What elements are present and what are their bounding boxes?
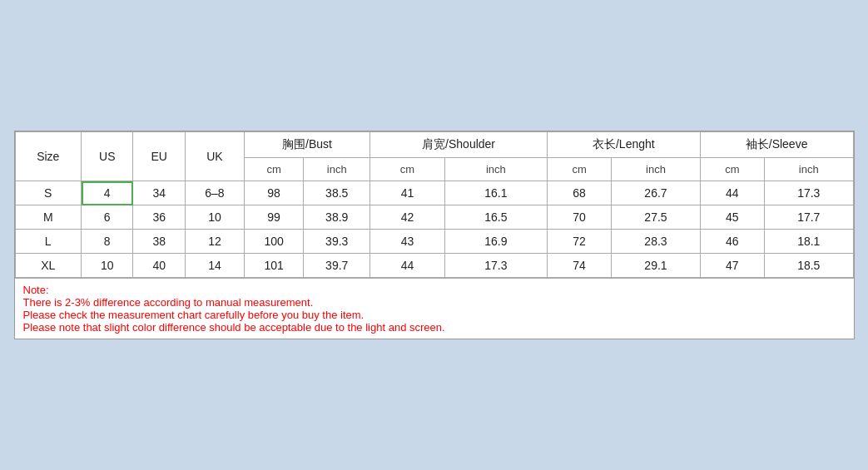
cell-us: 6 (82, 205, 133, 230)
note-line2: Please check the measurement chart caref… (23, 309, 846, 321)
sleeve-inch: inch (765, 158, 854, 181)
size-chart-container: Size US EU UK 胸围/Bust 肩宽/Shoulder 衣长/Len… (14, 131, 855, 339)
cell-eu: 34 (133, 181, 185, 205)
length-inch: inch (612, 158, 700, 181)
header-length: 衣长/Lenght (547, 132, 700, 158)
cell-size: XL (15, 254, 82, 278)
note-line3: Please note that slight color difference… (23, 321, 846, 334)
cell-bust-in: 38.5 (304, 181, 370, 205)
cell-sleeve-cm: 46 (700, 230, 764, 254)
header-eu: EU (133, 132, 185, 181)
bust-cm: cm (244, 158, 303, 181)
size-table: Size US EU UK 胸围/Bust 肩宽/Shoulder 衣长/Len… (15, 131, 854, 278)
header-us: US (82, 132, 133, 181)
cell-sleeve-cm: 47 (700, 254, 764, 278)
header-bust: 胸围/Bust (244, 132, 370, 158)
cell-length-cm: 72 (547, 230, 611, 254)
cell-sleeve-in: 18.1 (765, 230, 854, 254)
cell-sleeve-in: 18.5 (765, 254, 854, 278)
note-section: Note: There is 2-3% difference according… (15, 278, 854, 339)
cell-uk: 12 (185, 230, 244, 254)
cell-shoulder-in: 16.1 (444, 181, 547, 205)
cell-length-in: 27.5 (612, 205, 700, 230)
cell-length-cm: 70 (547, 205, 611, 230)
cell-shoulder-cm: 43 (370, 230, 445, 254)
table-row: M636109938.94216.57027.54517.7 (15, 205, 853, 230)
table-row: XL10401410139.74417.37429.14718.5 (15, 254, 853, 278)
cell-shoulder-in: 16.5 (444, 205, 547, 230)
cell-size: L (15, 230, 82, 254)
cell-length-cm: 68 (547, 181, 611, 205)
header-shoulder: 肩宽/Shoulder (370, 132, 548, 158)
cell-uk: 6–8 (185, 181, 244, 205)
bust-inch: inch (304, 158, 370, 181)
shoulder-inch: inch (444, 158, 547, 181)
cell-us: 10 (82, 254, 133, 278)
cell-length-in: 26.7 (612, 181, 700, 205)
cell-length-in: 29.1 (612, 254, 700, 278)
cell-shoulder-in: 16.9 (444, 230, 547, 254)
cell-sleeve-cm: 44 (700, 181, 764, 205)
cell-bust-cm: 99 (244, 205, 303, 230)
cell-length-cm: 74 (547, 254, 611, 278)
cell-bust-in: 39.7 (304, 254, 370, 278)
header-sleeve: 袖长/Sleeve (700, 132, 853, 158)
cell-shoulder-in: 17.3 (444, 254, 547, 278)
cell-bust-cm: 100 (244, 230, 303, 254)
cell-uk: 14 (185, 254, 244, 278)
cell-eu: 38 (133, 230, 185, 254)
cell-size: S (15, 181, 82, 205)
cell-sleeve-in: 17.7 (765, 205, 854, 230)
cell-us: 4 (82, 181, 133, 205)
cell-length-in: 28.3 (612, 230, 700, 254)
length-cm: cm (547, 158, 611, 181)
cell-bust-in: 38.9 (304, 205, 370, 230)
table-row: S4346–89838.54116.16826.74417.3 (15, 181, 853, 205)
cell-eu: 40 (133, 254, 185, 278)
cell-shoulder-cm: 42 (370, 205, 445, 230)
cell-us: 8 (82, 230, 133, 254)
cell-bust-cm: 98 (244, 181, 303, 205)
header-row-main: Size US EU UK 胸围/Bust 肩宽/Shoulder 衣长/Len… (15, 132, 853, 158)
shoulder-cm: cm (370, 158, 445, 181)
cell-uk: 10 (185, 205, 244, 230)
table-body: S4346–89838.54116.16826.74417.3M63610993… (15, 181, 853, 278)
cell-bust-cm: 101 (244, 254, 303, 278)
cell-shoulder-cm: 44 (370, 254, 445, 278)
sleeve-cm: cm (700, 158, 764, 181)
cell-sleeve-in: 17.3 (765, 181, 854, 205)
note-line1: There is 2-3% difference according to ma… (23, 296, 846, 309)
header-size: Size (15, 132, 82, 181)
note-line0: Note: (23, 284, 846, 296)
cell-shoulder-cm: 41 (370, 181, 445, 205)
cell-bust-in: 39.3 (304, 230, 370, 254)
header-uk: UK (185, 132, 244, 181)
cell-sleeve-cm: 45 (700, 205, 764, 230)
table-row: L8381210039.34316.97228.34618.1 (15, 230, 853, 254)
cell-size: M (15, 205, 82, 230)
cell-eu: 36 (133, 205, 185, 230)
